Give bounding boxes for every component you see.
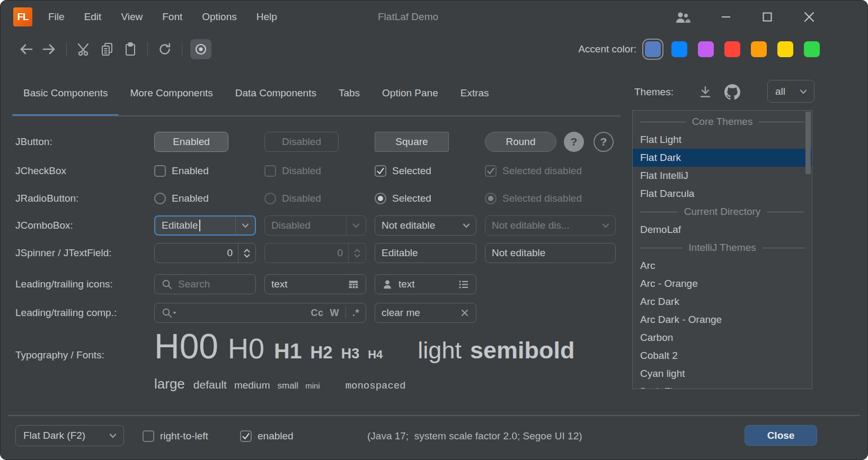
forward-icon[interactable] [40, 39, 58, 59]
theme-list-item[interactable]: Flat IntelliJ [633, 167, 812, 185]
clear-x-icon[interactable] [460, 308, 470, 318]
show-icon[interactable] [190, 39, 211, 59]
themes-filter-combo[interactable]: all [767, 80, 814, 103]
theme-list-item[interactable]: Flat Dark [633, 149, 812, 167]
close-dialog-button[interactable]: Close [745, 425, 817, 446]
github-icon[interactable] [724, 84, 740, 100]
menu-item[interactable]: Help [256, 11, 277, 23]
back-icon[interactable] [17, 39, 35, 59]
refresh-icon[interactable] [156, 39, 174, 59]
tab[interactable]: Tabs [327, 79, 371, 116]
list-icon[interactable] [458, 278, 470, 290]
textfield-editable[interactable]: Editable [375, 243, 476, 263]
h2-sample: H2 [311, 344, 333, 361]
paste-icon[interactable] [121, 39, 139, 59]
maximize-button[interactable] [761, 11, 773, 23]
theme-list-item[interactable]: Arc [633, 257, 812, 275]
menu-item[interactable]: File [48, 11, 65, 23]
theme-list-item[interactable]: IntelliJ Themes [633, 239, 812, 257]
theme-list-item[interactable]: Flat Light [633, 131, 812, 149]
textfield-not-editable[interactable]: Not editable [485, 243, 616, 263]
jbutton-enabled[interactable]: Enabled [154, 132, 228, 152]
theme-list-item[interactable]: Arc - Orange [633, 275, 812, 293]
whole-word-button[interactable]: W [330, 308, 339, 319]
tab[interactable]: Basic Components [12, 79, 119, 116]
jbutton-disabled[interactable]: Disabled [264, 132, 339, 152]
copy-icon[interactable] [98, 39, 116, 59]
menu-item[interactable]: Options [202, 11, 236, 23]
spinner[interactable]: 0 [154, 243, 256, 263]
theme-list-item[interactable]: DemoLaf [633, 221, 812, 239]
tab[interactable]: More Components [119, 79, 224, 116]
lookandfeel-combo[interactable]: Flat Dark (F2) [15, 425, 124, 446]
theme-list-item[interactable]: Flat Darcula [633, 185, 812, 203]
chevron-down-icon[interactable] [457, 216, 476, 235]
checkbox-selected[interactable]: Selected [375, 165, 476, 177]
minimize-button[interactable] [720, 11, 732, 23]
radio-enabled[interactable]: Enabled [154, 193, 256, 204]
combobox-not-editable-disabled[interactable]: Not editable dis... [485, 215, 616, 236]
radio-disabled[interactable]: Disabled [264, 193, 366, 204]
tab[interactable]: Extras [449, 79, 500, 116]
combobox-not-editable[interactable]: Not editable [375, 215, 476, 236]
users-icon[interactable] [675, 10, 690, 24]
accent-swatch[interactable] [671, 41, 687, 57]
search-field-with-options[interactable]: Cc W .* [154, 303, 366, 323]
menu-item[interactable]: Edit [84, 11, 102, 23]
close-button[interactable] [803, 11, 816, 23]
accent-swatch[interactable] [645, 41, 661, 57]
tabs-underline-track [12, 115, 621, 116]
search-field[interactable]: Search [154, 274, 256, 294]
help-button[interactable]: ? [564, 132, 584, 152]
download-icon[interactable] [698, 85, 713, 100]
text-field-person[interactable]: text [375, 274, 476, 294]
theme-list-item[interactable]: Cobalt 2 [633, 347, 812, 365]
accent-swatch[interactable] [751, 41, 767, 57]
system-info-text: (Java 17; system scale factor 2.0; Segoe… [367, 424, 582, 448]
jbutton-round[interactable]: Round [485, 132, 556, 152]
table-icon[interactable] [348, 278, 359, 290]
radio-selected-disabled[interactable]: Selected disabled [485, 193, 616, 204]
theme-list-item[interactable]: Core Themes [633, 113, 812, 131]
theme-list-item[interactable]: Carbon [633, 329, 812, 347]
search-dropdown-icon[interactable] [161, 307, 177, 319]
combobox-disabled[interactable]: Disabled [264, 215, 366, 236]
accent-swatch[interactable] [698, 41, 714, 57]
radio-selected[interactable]: Selected [375, 193, 476, 204]
theme-list-item[interactable]: Arc Dark - Orange [633, 311, 812, 329]
clearable-field[interactable]: clear me [375, 303, 476, 323]
checkbox-selected-disabled[interactable]: Selected disabled [485, 165, 616, 177]
rtl-checkbox[interactable]: right-to-left [143, 424, 208, 448]
match-case-button[interactable]: Cc [311, 308, 323, 319]
spinner-disabled[interactable]: 0 [264, 243, 366, 263]
help-button-outline[interactable]: ? [594, 132, 614, 152]
window-title: FlatLaf Demo [378, 1, 438, 33]
accent-swatch[interactable] [777, 41, 793, 57]
cut-icon[interactable] [75, 39, 93, 59]
theme-list-item[interactable]: Cyan light [633, 365, 812, 383]
jbutton-square[interactable]: Square [375, 132, 449, 152]
app-window: FL FileEditViewFontOptionsHelp FlatLaf D… [0, 0, 868, 460]
enabled-checkbox[interactable]: enabled [240, 424, 294, 448]
accent-swatch[interactable] [804, 41, 820, 57]
menu-item[interactable]: Font [162, 11, 182, 23]
statusbar: Flat Dark (F2) right-to-left enabled (Ja… [1, 424, 867, 448]
radio-circle-selected [485, 193, 497, 204]
combobox-editable[interactable]: Editable [154, 215, 256, 236]
menu-item[interactable]: View [121, 11, 143, 23]
h3-sample: H3 [341, 347, 360, 361]
theme-list-item[interactable]: Dark Flat [633, 383, 812, 389]
accent-swatch[interactable] [724, 41, 740, 57]
regex-button[interactable]: .* [352, 308, 359, 319]
chevron-down-icon[interactable] [235, 217, 255, 234]
checkbox-box [143, 430, 154, 442]
checkbox-enabled[interactable]: Enabled [154, 165, 256, 177]
theme-list-item[interactable]: Arc Dark [633, 293, 812, 311]
themes-list-scrollbar-thumb[interactable] [805, 112, 811, 174]
checkbox-disabled[interactable]: Disabled [264, 165, 366, 177]
tab[interactable]: Option Pane [371, 79, 449, 116]
theme-list-item[interactable]: Current Directory [633, 203, 812, 221]
spinner-up-down-icon[interactable] [238, 243, 255, 263]
text-field-table[interactable]: text [264, 274, 366, 294]
tab[interactable]: Data Components [224, 79, 327, 116]
